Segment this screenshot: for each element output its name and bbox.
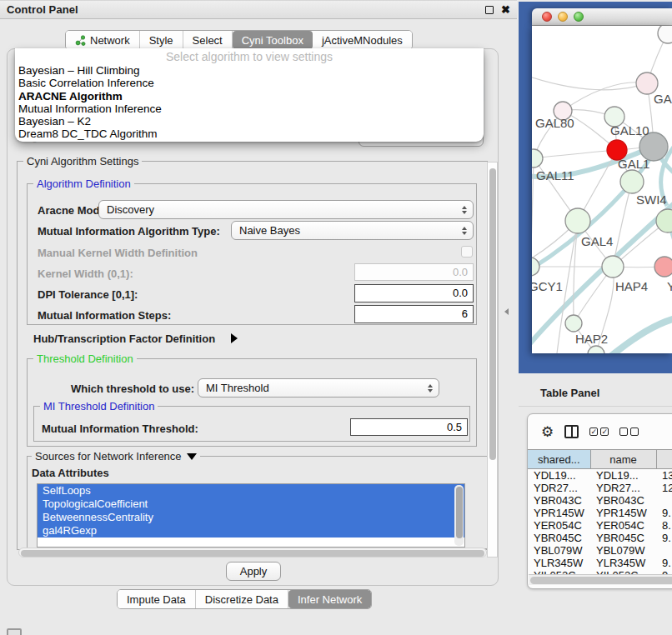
tab-label: Impute Data bbox=[127, 593, 186, 606]
attribute-item[interactable]: TopologicalCoefficient bbox=[38, 498, 464, 511]
kernel-width-field[interactable]: 0.0 bbox=[354, 263, 474, 281]
aracne-mode-value: Discovery bbox=[107, 203, 154, 216]
tab-network[interactable]: Network bbox=[66, 31, 140, 49]
algorithm-option[interactable]: Dream8 DC_TDC Algorithm bbox=[15, 128, 484, 140]
tab-label: Discretize Data bbox=[205, 593, 278, 606]
table-cell: YPR145W bbox=[590, 507, 656, 519]
network-icon bbox=[75, 35, 86, 46]
gear-icon[interactable]: ⚙ bbox=[541, 425, 554, 439]
column-header-name[interactable]: name bbox=[590, 450, 656, 469]
attribute-item[interactable]: BetweennessCentrality bbox=[38, 511, 464, 524]
tab-cyni-toolbox[interactable]: Cyni Toolbox bbox=[233, 31, 313, 49]
network-node-gcy1[interactable] bbox=[532, 258, 539, 276]
zoom-traffic-light-icon[interactable] bbox=[574, 12, 584, 22]
mi-steps-field[interactable]: 6 bbox=[354, 305, 474, 323]
expand-arrow-icon[interactable] bbox=[231, 333, 238, 343]
table-cell: 9. bbox=[656, 532, 672, 544]
scrollbar-thumb[interactable] bbox=[456, 487, 463, 538]
attribute-item[interactable]: gal4RGexp bbox=[38, 524, 464, 538]
deselect-all-columns-icon[interactable] bbox=[619, 428, 639, 436]
dpi-tolerance-field[interactable]: 0.0 bbox=[354, 284, 474, 302]
table-row[interactable]: YBR043CYBR043C bbox=[528, 494, 672, 507]
table-header-row: shared... name bbox=[528, 450, 672, 469]
table-row[interactable]: YDL19...YDL19...13 bbox=[528, 469, 672, 482]
algorithm-option[interactable]: Bayesian – Hill Climbing bbox=[15, 64, 484, 77]
network-node-hap4[interactable] bbox=[602, 256, 624, 278]
tab-jactivemnodules[interactable]: jActiveMNodules bbox=[313, 31, 412, 49]
table-cell: YBR043C bbox=[528, 494, 590, 507]
table-horizontal-scrollbar[interactable] bbox=[529, 574, 672, 585]
network-node-label: GAL10 bbox=[610, 123, 649, 138]
network-node-swi4[interactable] bbox=[656, 209, 672, 232]
network-node-top-partial[interactable] bbox=[658, 26, 672, 43]
settings-vertical-scrollbar[interactable] bbox=[487, 162, 498, 558]
table-row[interactable]: YBL079WYBL079W bbox=[528, 544, 672, 557]
table-cell: YDL19... bbox=[590, 469, 656, 482]
tab-select[interactable]: Select bbox=[183, 31, 233, 49]
scrollbar-thumb[interactable] bbox=[530, 577, 672, 584]
select-all-columns-icon[interactable]: ✓✓ bbox=[589, 428, 609, 436]
which-threshold-value: MI Threshold bbox=[206, 382, 269, 394]
settings-horizontal-scrollbar[interactable] bbox=[18, 548, 487, 558]
table-cell: 13 bbox=[656, 469, 672, 482]
minimize-traffic-light-icon[interactable] bbox=[558, 12, 568, 22]
network-node-salmon[interactable] bbox=[654, 257, 672, 277]
docked-panel-icon[interactable] bbox=[7, 628, 22, 635]
scrollbar-thumb[interactable] bbox=[489, 168, 496, 460]
table-cell: YDR27... bbox=[590, 482, 656, 494]
algorithm-option[interactable]: Basic Correlation Inference bbox=[15, 77, 484, 89]
table-row[interactable]: YER054CYER054C8. bbox=[528, 519, 672, 532]
table-cell: YPR145W bbox=[528, 507, 590, 519]
close-icon[interactable]: ✖ bbox=[501, 6, 510, 14]
tab-label: Style bbox=[149, 34, 173, 47]
table-row[interactable]: YDR27...YDR27...12 bbox=[528, 482, 672, 494]
columns-icon[interactable] bbox=[564, 425, 579, 438]
close-traffic-light-icon[interactable] bbox=[542, 12, 552, 22]
aracne-mode-combobox[interactable]: Discovery bbox=[98, 200, 474, 219]
settings-group-title: Cyni Algorithm Settings bbox=[23, 155, 142, 168]
algorithm-option[interactable]: ARACNE Algorithm bbox=[15, 90, 484, 102]
apply-button[interactable]: Apply bbox=[226, 562, 281, 581]
float-window-icon[interactable] bbox=[485, 6, 494, 14]
attribute-item[interactable]: SelfLoops bbox=[38, 484, 464, 498]
scrollbar-thumb[interactable] bbox=[21, 550, 484, 557]
network-node-gal1[interactable] bbox=[620, 170, 644, 193]
algorithm-option[interactable]: Mutual Information Inference bbox=[15, 102, 484, 115]
panel-splitter-icon[interactable] bbox=[504, 308, 509, 315]
which-threshold-combobox[interactable]: MI Threshold bbox=[198, 378, 439, 398]
tab-infer-network[interactable]: Infer Network bbox=[288, 590, 371, 608]
network-node-label: GAL bbox=[654, 92, 672, 106]
data-attributes-label: Data Attributes bbox=[32, 467, 109, 479]
control-panel-title: Control Panel bbox=[7, 3, 78, 16]
manual-kernel-checkbox[interactable] bbox=[461, 246, 473, 258]
table-row[interactable]: YBR045CYBR045C9. bbox=[528, 532, 672, 544]
table-cell: YER054C bbox=[528, 519, 590, 532]
network-labels: GALGAL80GAL10GAL1GAL11SWI4GAL4GCY1HAP4YH… bbox=[532, 92, 672, 346]
network-window-titlebar[interactable] bbox=[532, 8, 672, 26]
network-node-gal11[interactable] bbox=[532, 149, 543, 168]
tab-style[interactable]: Style bbox=[140, 31, 183, 49]
algorithm-option[interactable]: Bayesian – K2 bbox=[15, 115, 484, 128]
sources-title-text: Sources for Network Inference bbox=[35, 450, 182, 462]
data-attributes-list[interactable]: SelfLoopsTopologicalCoefficientBetweenne… bbox=[37, 483, 465, 548]
network-node-label: HAP4 bbox=[615, 279, 648, 293]
column-header-partial[interactable] bbox=[656, 450, 672, 469]
table-cell bbox=[656, 494, 672, 507]
table-row[interactable]: YLR345WYLR345W9. bbox=[528, 557, 672, 569]
network-node-hap2[interactable] bbox=[565, 315, 582, 332]
kernel-width-label: Kernel Width (0,1): bbox=[38, 268, 133, 280]
network-node-gal4[interactable] bbox=[565, 208, 590, 233]
tab-discretize-data[interactable]: Discretize Data bbox=[196, 590, 288, 608]
collapse-arrow-icon[interactable] bbox=[187, 453, 197, 460]
column-header-shared-name[interactable]: shared... bbox=[528, 450, 590, 469]
mi-type-combobox[interactable]: Naive Bayes bbox=[231, 221, 474, 240]
table-cell: YBR045C bbox=[590, 532, 656, 544]
table-row[interactable]: YPR145WYPR145W9. bbox=[528, 507, 672, 519]
network-canvas-svg: GALGAL80GAL10GAL1GAL11SWI4GAL4GCY1HAP4YH… bbox=[532, 26, 672, 353]
which-threshold-label: Which threshold to use: bbox=[71, 382, 194, 395]
dpi-tolerance-label: DPI Tolerance [0,1]: bbox=[38, 288, 138, 301]
tab-impute-data[interactable]: Impute Data bbox=[118, 590, 196, 608]
mi-threshold-field[interactable]: 0.5 bbox=[350, 418, 468, 436]
attributes-list-scrollbar[interactable] bbox=[454, 485, 464, 546]
network-canvas[interactable]: GALGAL80GAL10GAL1GAL11SWI4GAL4GCY1HAP4YH… bbox=[532, 26, 672, 353]
